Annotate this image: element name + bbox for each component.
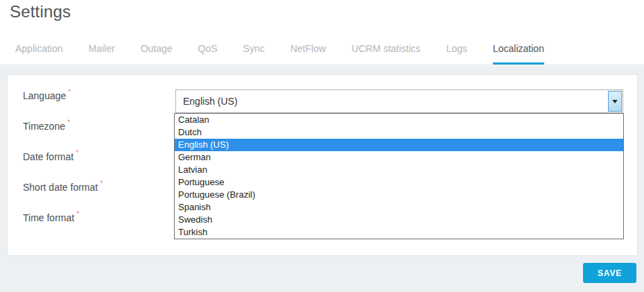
dropdown-option-spanish[interactable]: Spanish <box>175 201 623 214</box>
required-asterisk: * <box>76 209 79 218</box>
field-label-timezone: Timezone* <box>23 121 70 132</box>
localization-settings-card: Language*Timezone*Date format*Short date… <box>8 75 637 255</box>
field-label-date-format: Date format* <box>23 151 78 162</box>
language-dropdown-list: CatalanDutchEnglish (US)GermanLatvianPor… <box>174 113 624 239</box>
dropdown-option-dutch[interactable]: Dutch <box>175 126 623 139</box>
tab-ucrm-statistics[interactable]: UCRM statistics <box>351 43 421 65</box>
chevron-down-icon <box>612 100 618 103</box>
tab-qos[interactable]: QoS <box>198 43 218 65</box>
field-label-time-format: Time format* <box>23 212 79 223</box>
language-select[interactable]: English (US) <box>175 89 623 113</box>
dropdown-option-german[interactable]: German <box>175 151 623 164</box>
tab-outage[interactable]: Outage <box>141 43 173 65</box>
field-label-text: Short date format <box>23 182 98 193</box>
dropdown-option-turkish[interactable]: Turkish <box>175 226 623 239</box>
dropdown-arrow-button[interactable] <box>608 91 622 112</box>
field-label-short-date-format: Short date format* <box>23 182 103 193</box>
page-title: Settings <box>10 2 71 22</box>
tab-sync[interactable]: Sync <box>243 43 265 65</box>
page-header: Settings ApplicationMailerOutageQoSSyncN… <box>0 0 644 65</box>
save-button[interactable]: SAVE <box>583 263 636 283</box>
dropdown-option-english-us[interactable]: English (US) <box>175 139 623 151</box>
tab-localization[interactable]: Localization <box>493 43 544 65</box>
required-asterisk: * <box>76 148 78 157</box>
dropdown-option-catalan[interactable]: Catalan <box>175 114 623 126</box>
settings-page: Settings ApplicationMailerOutageQoSSyncN… <box>0 0 644 292</box>
tab-bar: ApplicationMailerOutageQoSSyncNetFlowUCR… <box>15 37 570 65</box>
tab-mailer[interactable]: Mailer <box>89 43 115 65</box>
content-area: Language*Timezone*Date format*Short date… <box>0 66 644 292</box>
field-label-text: Timezone <box>23 121 65 132</box>
dropdown-option-swedish[interactable]: Swedish <box>175 214 623 226</box>
tab-logs[interactable]: Logs <box>446 43 467 65</box>
required-asterisk: * <box>67 118 70 126</box>
tab-application[interactable]: Application <box>15 43 63 65</box>
field-label-text: Language <box>23 90 66 101</box>
tab-netflow[interactable]: NetFlow <box>290 43 326 65</box>
dropdown-option-latvian[interactable]: Latvian <box>175 164 623 176</box>
field-label-text: Time format <box>23 212 74 223</box>
field-label-language: Language* <box>23 90 71 101</box>
language-select-value: English (US) <box>183 90 238 112</box>
required-asterisk: * <box>100 179 103 187</box>
field-label-text: Date format <box>23 151 73 162</box>
dropdown-option-portuguese-brazil[interactable]: Portuguese (Brazil) <box>175 189 623 201</box>
required-asterisk: * <box>68 87 71 96</box>
dropdown-option-portuguese[interactable]: Portuguese <box>175 176 623 189</box>
